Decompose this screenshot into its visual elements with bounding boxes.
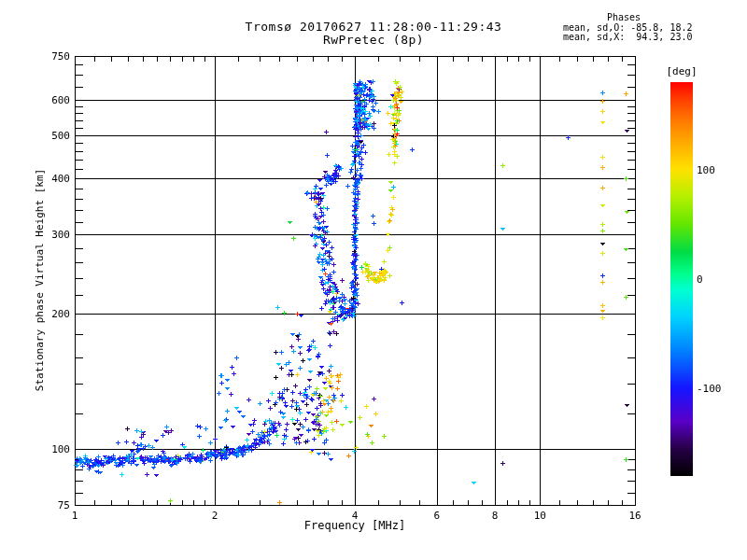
y-tick-label: 400 xyxy=(51,173,70,185)
colorbar-tick-label: -100 xyxy=(697,383,722,395)
x-tick-label: 2 xyxy=(212,510,218,522)
phase-stats-x-mode: mean, sd,X: 94.3, 23.0 xyxy=(563,33,692,42)
y-tick-label: 200 xyxy=(51,308,70,320)
y-tick-label: 500 xyxy=(51,129,70,141)
colorbar-tick-label: 100 xyxy=(697,163,715,175)
phase-colorbar xyxy=(670,82,693,476)
ionogram-page: Tromsø 20170627 11:28:00-11:29:43 RwPret… xyxy=(0,0,747,560)
x-tick-label: 1 xyxy=(72,510,78,522)
y-tick-label: 75 xyxy=(58,499,70,511)
x-tick-label: 6 xyxy=(433,510,440,522)
y-tick-label: 750 xyxy=(51,50,70,63)
x-tick-label: 8 xyxy=(492,510,499,522)
colorbar-tick-label: 0 xyxy=(697,273,703,286)
ionogram-canvas xyxy=(0,0,747,560)
y-tick-label: 100 xyxy=(51,442,70,455)
x-tick-label: 4 xyxy=(352,510,359,522)
x-tick-label: 10 xyxy=(534,510,546,522)
y-tick-label: 300 xyxy=(51,229,70,241)
x-tick-label: 16 xyxy=(628,510,641,522)
y-axis-title: Stationary phase Virtual Height [km] xyxy=(34,169,46,391)
phase-stats-title: Phases xyxy=(607,13,641,22)
y-tick-label: 600 xyxy=(51,93,70,105)
colorbar-title: [deg] xyxy=(659,65,704,77)
